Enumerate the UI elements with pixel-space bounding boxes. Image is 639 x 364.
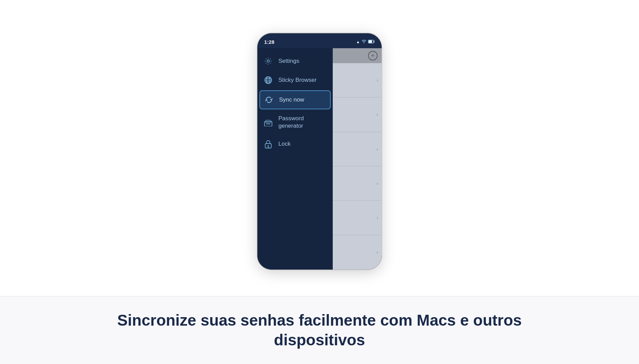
svg-point-12 — [267, 124, 268, 125]
phone-frame: 1:28 ▲ — [257, 33, 382, 270]
right-row-3: › — [330, 132, 382, 166]
menu-item-sticky-browser[interactable]: www Sticky Browser — [257, 71, 333, 90]
menu-panel: Settings www Sticky Brows — [257, 48, 333, 270]
signal-icon: ▲ — [356, 40, 360, 44]
settings-label: Settings — [278, 57, 299, 65]
menu-item-lock[interactable]: Lock — [257, 134, 333, 153]
status-icons: ▲ — [356, 37, 375, 44]
add-button[interactable]: + — [368, 51, 378, 60]
bottom-text-area: Sincronize suas senhas facilmente com Ma… — [0, 296, 639, 364]
right-row-5: › — [330, 201, 382, 235]
globe-www-icon: www — [263, 75, 273, 85]
password-icon — [263, 117, 273, 127]
right-row-4: › — [330, 166, 382, 201]
menu-item-settings[interactable]: Settings — [257, 52, 333, 71]
right-panel-top: + — [330, 48, 382, 63]
lock-label: Lock — [278, 140, 291, 148]
bottom-text: Sincronize suas senhas facilmente com Ma… — [99, 311, 540, 350]
svg-point-0 — [364, 43, 364, 43]
svg-point-16 — [268, 145, 269, 147]
right-row-2: › — [330, 97, 382, 132]
right-panel: + › › › › › — [330, 48, 382, 270]
password-generator-label: Password generator — [278, 115, 327, 130]
svg-point-14 — [269, 124, 270, 125]
sticky-browser-label: Sticky Browser — [278, 76, 316, 84]
chevron-right-icon-1: › — [377, 77, 378, 83]
chevron-right-icon-2: › — [377, 112, 378, 117]
menu-item-password-generator[interactable]: Password generator — [257, 110, 333, 134]
phone-screen: 1:28 ▲ — [257, 33, 382, 270]
sync-now-label: Sync now — [279, 96, 304, 104]
right-panel-rows: › › › › › › — [330, 63, 382, 270]
status-time: 1:28 — [264, 37, 274, 45]
lock-icon — [263, 139, 273, 149]
phone-area: 1:28 ▲ — [0, 0, 639, 296]
battery-icon — [368, 40, 375, 44]
chevron-right-icon-3: › — [377, 146, 378, 152]
chevron-right-icon-4: › — [377, 181, 378, 186]
phone-notch — [299, 33, 340, 43]
wifi-icon — [362, 39, 366, 44]
sync-icon — [264, 95, 274, 105]
chevron-right-icon-5: › — [377, 215, 378, 220]
svg-text:www: www — [267, 82, 270, 84]
svg-point-3 — [267, 60, 270, 62]
right-row-1: › — [330, 63, 382, 97]
menu-item-sync-now[interactable]: Sync now — [259, 90, 331, 109]
svg-point-13 — [268, 124, 269, 125]
chevron-right-icon-6: › — [377, 250, 378, 255]
svg-rect-2 — [369, 40, 372, 43]
right-row-6: › — [330, 235, 382, 270]
gear-icon — [263, 56, 273, 66]
